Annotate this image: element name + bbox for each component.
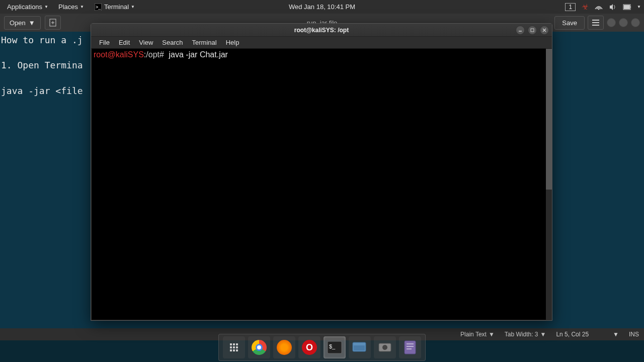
text-editor-icon	[404, 340, 417, 355]
battery-icon[interactable]	[623, 3, 631, 11]
hamburger-menu-button[interactable]	[588, 16, 604, 30]
chevron-down-icon: ▼	[29, 19, 35, 27]
maximize-icon	[530, 28, 534, 32]
kali-dragon-icon: ☣	[582, 2, 589, 12]
minimize-button[interactable]	[607, 18, 616, 27]
svg-rect-20	[354, 345, 365, 350]
applications-menu[interactable]: Applications ▼	[3, 2, 52, 12]
svg-rect-14	[531, 29, 534, 32]
syntax-label: Plain Text	[460, 331, 487, 338]
tab-width-label: Tab Width: 3	[505, 331, 538, 338]
terminal-command: java -jar Chat.jar	[169, 50, 228, 59]
screenshot-icon	[377, 341, 392, 354]
new-file-icon	[49, 19, 56, 27]
chevron-down-icon: ▼	[540, 331, 546, 338]
terminal-menubar: File Edit View Search Terminal Help	[91, 37, 552, 49]
dock-files[interactable]	[349, 336, 371, 358]
dock-chrome[interactable]	[248, 336, 270, 358]
terminal-title: root@kaliSYS: /opt	[294, 27, 349, 34]
apps-grid-icon	[230, 343, 238, 351]
dock-terminal[interactable]: $_	[324, 336, 346, 358]
chrome-icon	[252, 340, 267, 355]
save-button[interactable]: Save	[554, 16, 585, 30]
top-panel: Applications ▼ Places ▼ >_ Terminal ▼ We…	[0, 0, 644, 14]
network-icon[interactable]	[595, 3, 603, 11]
chevron-down-icon: ▼	[489, 331, 495, 338]
svg-marker-3	[610, 4, 613, 10]
terminal-titlebar[interactable]: root@kaliSYS: /opt	[91, 24, 552, 37]
menu-view[interactable]: View	[135, 38, 157, 47]
terminal-icon: >_	[94, 3, 102, 11]
volume-icon[interactable]	[609, 3, 617, 11]
svg-text:>_: >_	[96, 5, 101, 10]
dock-opera[interactable]: O	[298, 336, 320, 358]
chevron-down-icon: ▼	[80, 5, 84, 9]
open-button[interactable]: Open ▼	[4, 16, 41, 30]
cursor-position[interactable]: Ln 5, Col 25 ▼	[556, 331, 619, 338]
chevron-down-icon: ▼	[131, 5, 135, 9]
prompt-user: root@kaliSYS	[94, 50, 144, 59]
svg-point-22	[382, 345, 387, 350]
menu-file[interactable]: File	[95, 38, 114, 47]
minimize-button[interactable]	[516, 26, 525, 35]
ln-col-label: Ln 5, Col 25	[556, 331, 589, 338]
workspace-indicator[interactable]: 1	[565, 3, 576, 11]
tab-width-selector[interactable]: Tab Width: 3 ▼	[505, 331, 546, 338]
prompt-path: /opt	[146, 50, 159, 59]
svg-rect-6	[624, 5, 630, 9]
open-label: Open	[10, 19, 26, 27]
minimize-icon	[518, 28, 522, 32]
maximize-button[interactable]	[619, 18, 628, 27]
dock-apps-grid[interactable]	[223, 336, 245, 358]
svg-point-2	[598, 8, 600, 10]
syntax-selector[interactable]: Plain Text ▼	[460, 331, 495, 338]
svg-rect-5	[630, 6, 631, 8]
dock-firefox[interactable]	[273, 336, 295, 358]
insert-mode[interactable]: INS	[629, 331, 639, 338]
places-label: Places	[58, 3, 78, 11]
focused-app-label: Terminal	[104, 3, 129, 11]
chevron-down-icon: ▼	[44, 5, 48, 9]
firefox-icon	[277, 340, 292, 355]
terminal-window: root@kaliSYS: /opt File Edit View Search…	[91, 23, 552, 321]
hamburger-icon	[592, 20, 599, 26]
menu-terminal[interactable]: Terminal	[188, 38, 221, 47]
dock-screenshot[interactable]	[374, 336, 396, 358]
close-button[interactable]	[540, 26, 549, 35]
close-button[interactable]	[631, 18, 640, 27]
places-menu[interactable]: Places ▼	[54, 2, 88, 12]
chevron-down-icon: ▼	[613, 331, 619, 338]
system-menu-chevron[interactable]: ▼	[637, 5, 641, 9]
menu-edit[interactable]: Edit	[115, 38, 134, 47]
terminal-content[interactable]: root@kaliSYS:/opt# java -jar Chat.jar	[92, 49, 551, 320]
new-document-button[interactable]	[45, 16, 61, 30]
dock-text-editor[interactable]	[399, 336, 421, 358]
close-icon	[542, 28, 546, 32]
svg-text:$_: $_	[329, 343, 336, 349]
maximize-button[interactable]	[528, 26, 537, 35]
opera-icon: O	[302, 340, 317, 355]
menu-search[interactable]: Search	[158, 38, 187, 47]
scrollbar-thumb[interactable]	[546, 49, 552, 190]
clock[interactable]: Wed Jan 18, 10:41 PM	[289, 3, 355, 11]
files-icon	[352, 340, 368, 354]
applications-label: Applications	[7, 3, 42, 11]
prompt-sigil: #	[159, 50, 164, 59]
terminal-icon: $_	[327, 341, 342, 354]
terminal-scrollbar[interactable]	[546, 49, 552, 320]
menu-help[interactable]: Help	[222, 38, 244, 47]
dock: O $_	[218, 334, 426, 361]
svg-rect-23	[405, 341, 416, 354]
focused-app-menu[interactable]: >_ Terminal ▼	[90, 2, 139, 13]
